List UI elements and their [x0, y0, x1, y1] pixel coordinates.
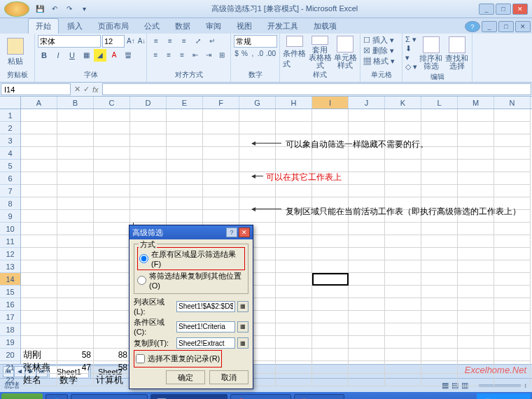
- cell[interactable]: [349, 185, 385, 197]
- cell[interactable]: [21, 172, 57, 185]
- task-item[interactable]: 🎨 1 - 画图: [294, 394, 345, 399]
- border-button[interactable]: ▦: [80, 49, 92, 62]
- ok-button[interactable]: 确定: [166, 370, 205, 384]
- wrap-text-icon[interactable]: ↵: [206, 35, 218, 48]
- ref-picker-icon[interactable]: ▦: [237, 321, 248, 332]
- cell[interactable]: [312, 311, 349, 323]
- cell[interactable]: [94, 109, 130, 122]
- cell[interactable]: [494, 223, 531, 235]
- align-mid-icon[interactable]: ≡: [164, 35, 176, 48]
- cell[interactable]: [312, 336, 349, 349]
- ribbon-rest-button[interactable]: □: [498, 21, 514, 32]
- cell[interactable]: [57, 160, 94, 172]
- cell[interactable]: [57, 235, 94, 248]
- cell[interactable]: [458, 336, 494, 349]
- qat-more-icon[interactable]: ▾: [78, 3, 90, 15]
- cell[interactable]: 58: [57, 349, 94, 361]
- cell[interactable]: [349, 109, 385, 122]
- shrink-font-icon[interactable]: A↓: [137, 35, 147, 48]
- cell[interactable]: [57, 210, 94, 223]
- row-header[interactable]: 7: [0, 185, 20, 197]
- cell[interactable]: [312, 122, 349, 134]
- cell[interactable]: [203, 210, 239, 223]
- cell[interactable]: [203, 185, 239, 197]
- cell[interactable]: [349, 298, 385, 311]
- cells-grid[interactable]: 胡刚5888张林燕4758姓名数学计算机: [21, 109, 532, 364]
- cell[interactable]: [385, 235, 421, 248]
- cell[interactable]: [349, 248, 385, 260]
- cell[interactable]: [458, 248, 494, 260]
- cell[interactable]: [494, 323, 531, 336]
- cell[interactable]: [349, 260, 385, 273]
- cell[interactable]: [130, 147, 167, 160]
- col-header[interactable]: D: [130, 97, 167, 108]
- start-button[interactable]: ⊞开始: [1, 393, 43, 399]
- delete-cells-button[interactable]: ☒ 删除 ▾: [363, 46, 399, 56]
- col-header[interactable]: B: [57, 97, 94, 108]
- cell[interactable]: [21, 323, 57, 336]
- fx-cancel-icon[interactable]: ✕: [74, 85, 80, 94]
- radio-copy-to[interactable]: 将筛选结果复制到其他位置(O): [137, 270, 245, 290]
- cell[interactable]: [21, 311, 57, 323]
- insert-cells-button[interactable]: ☐ 插入 ▾: [363, 35, 399, 46]
- underline-button[interactable]: U: [66, 49, 78, 62]
- cell[interactable]: [458, 311, 494, 323]
- col-header[interactable]: M: [458, 97, 494, 108]
- cell[interactable]: [94, 160, 130, 172]
- col-header[interactable]: N: [494, 97, 531, 108]
- cell[interactable]: [312, 185, 349, 197]
- cell[interactable]: [130, 172, 167, 185]
- cell[interactable]: [203, 172, 239, 185]
- cell[interactable]: [458, 160, 494, 172]
- row-header[interactable]: 5: [0, 160, 20, 172]
- unique-records-checkbox[interactable]: 选择不重复的记录(R): [136, 354, 220, 364]
- font-size-select[interactable]: [102, 35, 125, 48]
- cell[interactable]: [57, 147, 94, 160]
- cell[interactable]: [385, 273, 421, 286]
- autosum-button[interactable]: Σ ▾: [405, 35, 417, 44]
- cell[interactable]: [276, 223, 312, 235]
- cell[interactable]: 张林燕: [21, 361, 57, 374]
- tab-developer[interactable]: 开发工具: [260, 19, 305, 34]
- cell[interactable]: [312, 223, 349, 235]
- cell[interactable]: [21, 273, 57, 286]
- row-header[interactable]: 4: [0, 147, 20, 160]
- cell[interactable]: [276, 109, 312, 122]
- cell[interactable]: [21, 223, 57, 235]
- cell[interactable]: [239, 134, 276, 147]
- task-item[interactable]: 📁 Office 2007 讨...: [71, 394, 148, 399]
- cell[interactable]: [494, 235, 531, 248]
- cell[interactable]: [57, 122, 94, 134]
- cell[interactable]: [312, 361, 349, 374]
- cell[interactable]: 数学: [57, 374, 94, 386]
- cell[interactable]: [385, 172, 421, 185]
- list-range-input[interactable]: [176, 301, 235, 312]
- fx-icon[interactable]: fx: [92, 85, 99, 94]
- cell[interactable]: [21, 185, 57, 197]
- criteria-range-input[interactable]: [176, 321, 235, 332]
- cell[interactable]: [94, 197, 130, 210]
- cell[interactable]: [494, 311, 531, 323]
- cell[interactable]: [494, 374, 531, 386]
- radio-filter-inplace[interactable]: 在原有区域显示筛选结果(F): [139, 248, 243, 269]
- cell[interactable]: [494, 147, 531, 160]
- cell[interactable]: [130, 185, 167, 197]
- cell[interactable]: [421, 374, 458, 386]
- cell[interactable]: [276, 311, 312, 323]
- italic-button[interactable]: I: [52, 49, 64, 62]
- cell[interactable]: [239, 210, 276, 223]
- cell[interactable]: 计算机: [94, 374, 130, 386]
- cell[interactable]: [385, 286, 421, 298]
- cell[interactable]: [385, 311, 421, 323]
- cell[interactable]: [421, 235, 458, 248]
- cell[interactable]: [458, 172, 494, 185]
- paste-button[interactable]: 粘贴: [3, 36, 28, 69]
- cell[interactable]: [94, 286, 130, 298]
- formula-input[interactable]: [102, 83, 531, 95]
- cell[interactable]: [94, 185, 130, 197]
- redo-icon[interactable]: ↷: [63, 3, 76, 15]
- cell[interactable]: [57, 109, 94, 122]
- row-header[interactable]: 22: [0, 374, 20, 386]
- cell[interactable]: [385, 185, 421, 197]
- cell[interactable]: [385, 160, 421, 172]
